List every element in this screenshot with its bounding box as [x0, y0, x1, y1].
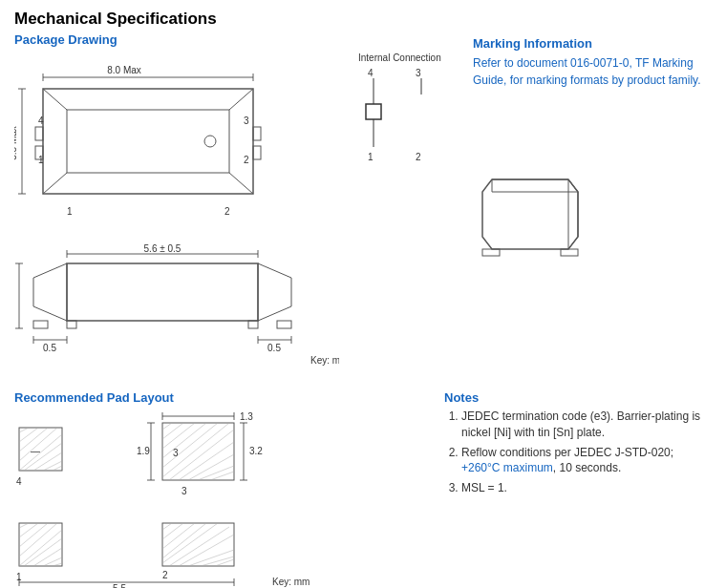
svg-line-109: [215, 559, 234, 566]
svg-text:3: 3: [173, 448, 179, 458]
package-drawing-title: Package Drawing: [14, 32, 339, 47]
svg-text:1: 1: [368, 152, 374, 162]
svg-marker-60: [568, 179, 578, 249]
svg-text:Internal Connection: Internal Connection: [358, 52, 441, 63]
svg-rect-29: [67, 321, 76, 328]
svg-text:4: 4: [38, 116, 44, 126]
svg-text:5.5: 5.5: [113, 583, 126, 588]
svg-rect-0: [43, 89, 253, 194]
svg-line-76: [19, 523, 29, 528]
note-item-3: MSL = 1.: [461, 480, 712, 496]
page-title: Mechanical Specifications: [14, 10, 712, 29]
svg-text:0.5: 0.5: [267, 343, 281, 353]
svg-line-81: [24, 538, 62, 566]
svg-line-72: [53, 466, 62, 471]
svg-line-105: [169, 527, 229, 566]
pad-layout-diagram: — 4 1: [14, 409, 339, 588]
notes-title: Notes: [444, 390, 712, 405]
svg-text:2: 2: [244, 155, 249, 165]
svg-text:3.2: 3.2: [249, 446, 263, 456]
svg-line-83: [43, 557, 62, 566]
svg-text:3: 3: [244, 116, 249, 126]
svg-point-6: [204, 136, 216, 147]
svg-line-77: [19, 523, 38, 537]
svg-marker-27: [258, 263, 291, 321]
svg-text:2: 2: [162, 570, 168, 580]
svg-rect-75: [19, 523, 62, 566]
svg-text:2: 2: [416, 152, 421, 162]
svg-text:—: —: [31, 446, 40, 456]
svg-marker-26: [33, 263, 67, 321]
svg-line-90: [162, 423, 206, 458]
svg-line-64: [19, 428, 29, 432]
svg-text:2: 2: [224, 206, 230, 217]
svg-line-104: [162, 523, 218, 563]
svg-line-106: [179, 535, 234, 566]
svg-rect-14: [253, 146, 261, 159]
svg-text:Key: mm: Key: mm: [310, 355, 339, 366]
marking-info-text: Refer to document 016-0071-0, TF Marking…: [473, 54, 712, 89]
svg-line-1: [43, 89, 67, 110]
svg-text:5.6 ± 0.5: 5.6 ± 0.5: [144, 244, 182, 254]
package-drawing-top: 4 1 3 2 8.0 Max 3.8 Max 1 2: [14, 51, 339, 242]
svg-line-68: [19, 434, 62, 471]
svg-rect-13: [253, 127, 261, 140]
svg-rect-62: [561, 249, 578, 256]
svg-marker-58: [482, 179, 578, 249]
svg-text:Key: mm: Key: mm: [272, 577, 310, 587]
svg-rect-54: [366, 104, 381, 119]
svg-rect-25: [67, 263, 258, 321]
svg-line-107: [188, 550, 234, 566]
svg-text:1.9: 1.9: [137, 446, 150, 456]
svg-rect-7: [35, 127, 43, 140]
svg-text:1.3: 1.3: [240, 411, 253, 422]
svg-text:4: 4: [16, 476, 22, 487]
note-item-1: JEDEC termination code (e3). Barrier-pla…: [461, 409, 712, 441]
svg-line-69: [24, 443, 62, 471]
internal-connection-diagram: Internal Connection 4 3 1 2: [358, 52, 454, 223]
svg-line-88: [162, 423, 183, 439]
svg-line-2: [229, 89, 253, 110]
svg-line-4: [229, 173, 253, 194]
svg-line-103: [162, 523, 206, 558]
svg-line-87: [162, 423, 172, 430]
pad-layout-title: Recommended Pad Layout: [14, 390, 425, 405]
package-drawing-side: 5.6 ± 0.5 2.5 Max 0.5 0.5 Key: mm: [14, 244, 339, 378]
svg-marker-59: [492, 179, 578, 192]
svg-text:4: 4: [368, 68, 374, 78]
svg-text:3: 3: [416, 68, 421, 78]
marking-info-title: Marking Information: [473, 36, 712, 51]
svg-line-65: [19, 428, 38, 442]
svg-text:1: 1: [38, 155, 44, 165]
svg-line-79: [19, 523, 57, 556]
side-view-right: [473, 165, 597, 270]
svg-line-101: [162, 523, 183, 539]
svg-line-3: [43, 173, 67, 194]
svg-text:3: 3: [182, 486, 187, 496]
svg-text:0.5: 0.5: [43, 343, 56, 353]
svg-line-95: [188, 454, 234, 480]
svg-line-97: [210, 472, 234, 480]
note-item-2: Reflow conditions per JEDEC J-STD-020; +…: [461, 445, 712, 477]
notes-list: JEDEC termination code (e3). Barrier-pla…: [444, 409, 712, 496]
svg-text:1: 1: [67, 206, 73, 217]
svg-rect-28: [33, 321, 48, 328]
svg-rect-30: [248, 321, 258, 328]
svg-rect-31: [277, 321, 291, 328]
svg-text:8.0 Max: 8.0 Max: [107, 65, 141, 75]
svg-text:3.8 Max: 3.8 Max: [14, 126, 18, 160]
svg-line-91: [162, 423, 218, 468]
svg-rect-61: [482, 249, 500, 256]
svg-line-100: [162, 523, 172, 530]
